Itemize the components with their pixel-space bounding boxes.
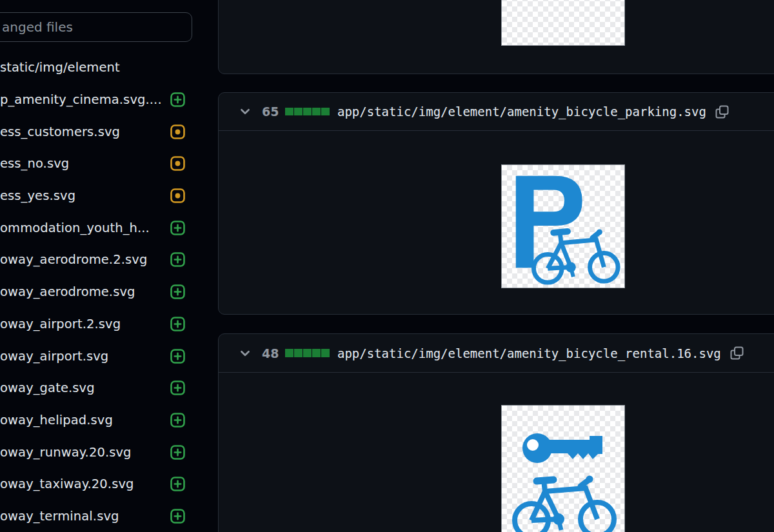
filter-changed-files-input[interactable]: [0, 12, 192, 42]
file-tree-item[interactable]: oway_helipad.svg: [0, 404, 206, 437]
collapse-file-button[interactable]: [238, 104, 252, 119]
copy-path-button[interactable]: [714, 104, 730, 120]
file-tree-item[interactable]: oway_aerodrome.svg: [0, 276, 206, 308]
file-header: 65 app/static/img/element/amenity_bicycl…: [219, 93, 774, 131]
file-name-label: oway_runway.20.svg: [0, 445, 132, 460]
chevron-down-icon: [239, 105, 252, 118]
copy-icon: [714, 104, 730, 120]
file-name-label: oway_terminal.svg: [0, 509, 119, 524]
file-name-label: oway_airport.2.svg: [0, 317, 121, 331]
diff-added-icon: [170, 445, 185, 460]
file-name-label: oway_helipad.svg: [0, 413, 113, 428]
diff-added-icon: [170, 477, 185, 491]
file-tree-item[interactable]: ommodation_youth_h...: [0, 212, 206, 244]
diffstat-blocks: [285, 108, 330, 116]
file-tree-item[interactable]: oway_runway.20.svg: [0, 436, 206, 468]
key-glyph: [522, 433, 602, 463]
file-tree-item[interactable]: p_amenity_cinema.svg....: [0, 84, 206, 116]
collapse-file-button[interactable]: [238, 346, 252, 360]
diff-added-icon: [170, 284, 185, 299]
diff-added-icon: [170, 317, 185, 331]
changed-lines-count: 48: [262, 346, 279, 360]
file-name-label: oway_airport.svg: [0, 349, 108, 364]
diff-panel-partial: [218, 0, 774, 74]
diff-added-icon: [170, 413, 185, 428]
copy-icon: [729, 345, 745, 361]
file-tree-item[interactable]: static/img/element: [0, 52, 206, 84]
file-path: app/static/img/element/amenity_bicycle_p…: [337, 104, 706, 119]
rich-diff-body: [219, 0, 774, 74]
file-name-label: ess_yes.svg: [0, 188, 75, 203]
diff-added-icon: [170, 349, 185, 364]
file-tree-sidebar: static/img/element p_amenity_cinema.svg.…: [0, 0, 206, 532]
file-tree-item[interactable]: oway_airport.2.svg: [0, 308, 206, 340]
image-preview: [501, 164, 625, 288]
bicycle-rental-icon: [502, 406, 624, 532]
file-name-label: ommodation_youth_h...: [0, 221, 150, 235]
diff-added-icon: [170, 92, 185, 107]
file-name-label: ess_no.svg: [0, 156, 69, 171]
file-name-label: ess_customers.svg: [0, 124, 120, 139]
file-tree-item[interactable]: oway_terminal.svg: [0, 500, 206, 532]
file-tree-item[interactable]: ess_no.svg: [0, 148, 206, 180]
diff-modified-icon: [170, 156, 185, 171]
bicycle-glyph: [515, 476, 614, 532]
file-name-label: static/img/element: [0, 60, 120, 75]
file-path: app/static/img/element/amenity_bicycle_r…: [337, 346, 721, 360]
chevron-down-icon: [239, 347, 252, 360]
bicycle-parking-icon: [502, 165, 624, 288]
file-tree-item[interactable]: oway_airport.svg: [0, 340, 206, 372]
file-name-label: oway_aerodrome.svg: [0, 284, 135, 299]
diffstat-blocks: [285, 349, 330, 357]
diff-panel-bicycle-parking: 65 app/static/img/element/amenity_bicycl…: [218, 92, 774, 315]
image-preview: [501, 0, 625, 46]
copy-path-button[interactable]: [729, 345, 745, 361]
file-name-label: oway_taxiway.20.svg: [0, 477, 134, 491]
diff-added-icon: [170, 221, 185, 235]
file-name-label: p_amenity_cinema.svg....: [0, 92, 162, 107]
diff-panel-bicycle-rental: 48 app/static/img/element/amenity_bicycl…: [218, 333, 774, 532]
bicycle-glyph: [533, 229, 618, 282]
file-tree-item[interactable]: ess_yes.svg: [0, 180, 206, 212]
file-tree-item[interactable]: oway_aerodrome.2.svg: [0, 244, 206, 276]
diff-modified-icon: [170, 188, 185, 203]
image-preview: [501, 405, 625, 532]
diff-added-icon: [170, 252, 185, 267]
file-name-label: oway_aerodrome.2.svg: [0, 252, 147, 267]
file-name-label: oway_gate.svg: [0, 380, 95, 395]
changed-lines-count: 65: [262, 104, 279, 119]
rich-diff-body: [219, 131, 774, 315]
file-tree-item[interactable]: oway_taxiway.20.svg: [0, 468, 206, 500]
rich-diff-body: [219, 373, 774, 532]
file-tree: static/img/element p_amenity_cinema.svg.…: [0, 52, 206, 532]
diff-modified-icon: [170, 124, 185, 139]
file-header: 48 app/static/img/element/amenity_bicycl…: [219, 334, 774, 373]
diff-added-icon: [170, 509, 185, 524]
file-tree-item[interactable]: ess_customers.svg: [0, 115, 206, 148]
file-tree-item[interactable]: oway_gate.svg: [0, 372, 206, 404]
diff-added-icon: [170, 380, 185, 395]
